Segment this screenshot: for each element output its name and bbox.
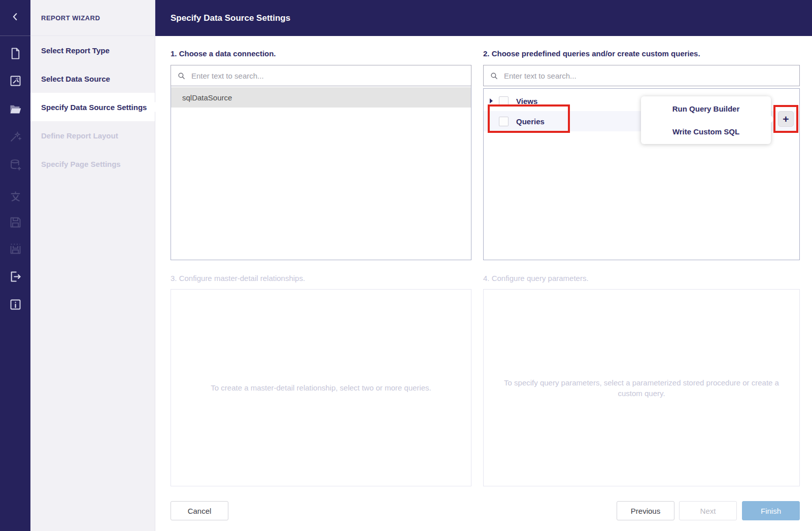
step-define-report-layout: Define Report Layout [30, 121, 155, 150]
add-query-button[interactable]: + [778, 111, 794, 127]
save-button [0, 213, 30, 233]
step-label: Define Report Layout [41, 131, 118, 140]
step-label: Specify Data Source Settings [41, 103, 147, 112]
next-button: Next [679, 501, 737, 520]
list-item-sqldatasource[interactable]: sqlDataSource [171, 87, 471, 108]
search-icon [490, 72, 498, 80]
localization-icon [9, 190, 22, 205]
page-header: Specify Data Source Settings [155, 0, 812, 36]
finish-button[interactable]: Finish [742, 501, 800, 520]
connection-search-box [171, 65, 471, 86]
wizard-sidebar: REPORT WIZARD Select Report Type Select … [30, 0, 155, 531]
localization-button [0, 187, 30, 207]
search-icon [177, 72, 186, 80]
connection-list: sqlDataSource [171, 86, 471, 260]
step-label: Select Report Type [41, 46, 110, 55]
save-icon [9, 216, 22, 231]
preview-icon [9, 74, 22, 90]
new-report-button[interactable] [0, 44, 30, 64]
query-parameters-placeholder: To specify query parameters, select a pa… [494, 377, 789, 399]
tree-label: Views [516, 97, 537, 105]
new-report-icon [9, 47, 22, 62]
about-button[interactable] [0, 295, 30, 315]
design-in-wizard-button [0, 127, 30, 148]
section-1-title: 1. Choose a data connection. [171, 49, 276, 58]
preview-button[interactable] [0, 72, 30, 92]
step-specify-data-source-settings[interactable]: Specify Data Source Settings [30, 93, 155, 121]
open-report-button[interactable] [0, 99, 30, 120]
save-as-icon [9, 242, 22, 258]
previous-button[interactable]: Previous [617, 501, 674, 520]
query-parameters-panel: To specify query parameters, select a pa… [483, 289, 800, 486]
section-2-title: 2. Choose predefined queries and/or crea… [483, 49, 700, 58]
data-source-label: sqlDataSource [182, 93, 232, 102]
toolbar-rail [0, 0, 30, 531]
step-select-data-source[interactable]: Select Data Source [30, 64, 155, 93]
master-detail-panel: To create a master-detail relationship, … [171, 289, 471, 486]
magic-wand-icon [9, 130, 22, 146]
add-query-popup-menu: Run Query Builder Write Custom SQL [641, 96, 771, 144]
menu-item-write-custom-sql[interactable]: Write Custom SQL [641, 121, 771, 141]
step-label: Specify Page Settings [41, 160, 121, 168]
chevron-left-icon [10, 11, 21, 24]
cancel-button[interactable]: Cancel [171, 501, 228, 520]
add-data-source-button [0, 156, 30, 176]
section-4-title: 4. Configure query parameters. [483, 274, 589, 282]
step-label: Select Data Source [41, 75, 110, 83]
connection-search-input[interactable] [191, 72, 465, 80]
tree-label: Queries [516, 117, 545, 126]
step-select-report-type[interactable]: Select Report Type [30, 36, 155, 64]
expander-icon[interactable] [484, 98, 499, 103]
queries-search-box [483, 65, 800, 86]
main-panel: Specify Data Source Settings 1. Choose a… [155, 0, 812, 531]
queries-search-input[interactable] [504, 72, 793, 80]
save-as-button [0, 239, 30, 260]
master-detail-placeholder: To create a master-detail relationship, … [211, 382, 431, 393]
section-3-title: 3. Configure master-detail relationships… [171, 274, 305, 282]
exit-button[interactable] [0, 267, 30, 288]
queries-checkbox[interactable] [499, 117, 509, 126]
info-icon [9, 298, 22, 313]
database-add-icon [9, 158, 22, 174]
open-folder-icon [9, 102, 22, 118]
wizard-title: REPORT WIZARD [30, 0, 155, 36]
collapse-menu-button[interactable] [0, 0, 30, 36]
page-title: Specify Data Source Settings [171, 13, 290, 23]
exit-icon [9, 270, 22, 286]
views-checkbox[interactable] [499, 96, 509, 106]
step-specify-page-settings: Specify Page Settings [30, 150, 155, 178]
menu-item-run-query-builder[interactable]: Run Query Builder [641, 99, 771, 119]
